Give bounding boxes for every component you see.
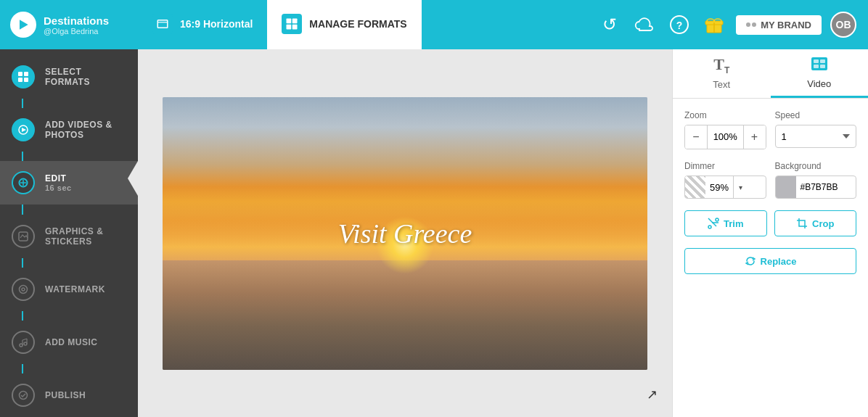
my-brand-label: MY BRAND — [761, 20, 811, 30]
svg-rect-1 — [157, 20, 168, 28]
publish-label: PUBLISH — [45, 390, 86, 400]
select-formats-icon — [12, 65, 35, 88]
graphics-icon — [12, 225, 35, 248]
svg-rect-15 — [24, 72, 28, 76]
dimmer-control: 59% ▾ — [684, 176, 766, 199]
zoom-minus-button[interactable]: − — [685, 125, 707, 149]
video-tab-label: Video — [807, 78, 831, 89]
manage-formats-icon — [282, 14, 302, 34]
svg-rect-17 — [24, 78, 28, 82]
graphics-label: GRAPHICS & STICKERS — [45, 226, 126, 247]
gift-button[interactable] — [701, 12, 727, 38]
speed-label: Speed — [775, 110, 857, 120]
sidebar-item-graphics[interactable]: GRAPHICS & STICKERS — [0, 215, 138, 258]
publish-icon — [12, 384, 35, 407]
left-sidebar: SELECT FORMATS ADD VIDEOS & PHOTOS EDIT … — [0, 49, 138, 417]
svg-rect-34 — [820, 59, 825, 63]
edit-sublabel: 16 sec — [45, 183, 72, 192]
background-value: #B7B7BB — [796, 182, 843, 192]
tab-manage-formats[interactable]: MANAGE FORMATS — [267, 0, 421, 49]
help-button[interactable]: ? — [666, 12, 692, 38]
svg-rect-36 — [820, 65, 825, 68]
crop-button[interactable]: Crop — [774, 210, 857, 236]
replace-button[interactable]: Replace — [684, 248, 856, 274]
right-panel-tabs: TT Text Video — [673, 49, 868, 99]
right-panel-content: Zoom − 100% + Speed 0.5 1 1.5 2 — [673, 99, 868, 286]
trim-label: Trim — [724, 218, 743, 229]
crop-label: Crop — [812, 218, 834, 229]
edit-label: EDIT — [45, 173, 72, 183]
trim-button[interactable]: Trim — [684, 210, 767, 236]
cursor-indicator: ↗ — [647, 387, 658, 402]
svg-point-26 — [20, 344, 22, 347]
text-tab-icon: TT — [713, 55, 729, 75]
cloud-button[interactable] — [631, 12, 658, 38]
dimmer-bg-row: Dimmer 59% ▾ Background #B7B7BB — [684, 161, 856, 199]
background-group: Background #B7B7BB — [775, 161, 857, 199]
sidebar-item-add-music[interactable]: ADD MUSIC — [0, 321, 138, 364]
svg-rect-33 — [814, 59, 819, 63]
zoom-label: Zoom — [684, 110, 766, 120]
tab-format[interactable]: 16:9 Horizontal — [138, 0, 267, 49]
sidebar-item-watermark[interactable]: WATERMARK — [0, 268, 138, 311]
svg-rect-16 — [18, 78, 22, 82]
background-preview[interactable] — [776, 176, 796, 199]
tab-video[interactable]: Video — [771, 49, 869, 98]
dimmer-group: Dimmer 59% ▾ — [684, 161, 766, 199]
svg-marker-19 — [22, 128, 26, 132]
svg-rect-14 — [18, 72, 22, 76]
text-tab-label: Text — [713, 79, 730, 90]
video-canvas: Visit Greece — [163, 97, 647, 370]
svg-rect-35 — [814, 65, 819, 68]
app-subtitle: @Olga Bedrina — [44, 27, 109, 36]
zoom-value: 100% — [707, 125, 744, 149]
logo-icon — [10, 12, 36, 38]
header-actions: ↺ ? MY BRAND OB — [585, 12, 868, 38]
undo-button[interactable]: ↺ — [597, 12, 623, 38]
replace-label: Replace — [761, 256, 797, 267]
svg-rect-5 — [287, 24, 292, 29]
speed-group: Speed 0.5 1 1.5 2 — [775, 110, 857, 148]
sidebar-item-add-videos[interactable]: ADD VIDEOS & PHOTOS — [0, 108, 138, 152]
add-videos-icon — [12, 118, 35, 141]
sidebar-item-edit[interactable]: EDIT 16 sec — [0, 161, 138, 205]
avatar[interactable]: OB — [830, 12, 856, 38]
svg-marker-0 — [20, 20, 28, 29]
right-panel: TT Text Video Zoom − 100% + — [672, 49, 868, 417]
add-music-icon — [12, 331, 35, 354]
zoom-control: − 100% + — [684, 125, 766, 149]
svg-rect-4 — [292, 18, 298, 23]
zoom-speed-row: Zoom − 100% + Speed 0.5 1 1.5 2 — [684, 110, 856, 149]
svg-line-30 — [22, 339, 27, 340]
sidebar-item-publish[interactable]: PUBLISH — [0, 373, 138, 417]
add-music-label: ADD MUSIC — [45, 337, 98, 347]
canvas-text-overlay: Visit Greece — [338, 218, 472, 249]
tab-manage-label: MANAGE FORMATS — [309, 18, 406, 30]
watermark-icon — [12, 278, 35, 301]
svg-rect-6 — [292, 24, 298, 29]
my-brand-button[interactable]: MY BRAND — [736, 15, 822, 35]
svg-point-39 — [716, 218, 718, 221]
sidebar-item-select-formats[interactable]: SELECT FORMATS — [0, 55, 138, 99]
dimmer-value: 59% — [705, 182, 733, 193]
zoom-group: Zoom − 100% + — [684, 110, 766, 149]
add-videos-label: ADD VIDEOS & PHOTOS — [45, 120, 126, 140]
tab-text[interactable]: TT Text — [673, 49, 771, 98]
header-tabs: 16:9 Horizontal MANAGE FORMATS — [138, 0, 585, 49]
dimmer-label: Dimmer — [684, 161, 766, 171]
svg-rect-41 — [799, 220, 805, 226]
canvas-area: Visit Greece ↗ — [138, 49, 672, 417]
trim-crop-row: Trim Crop — [684, 210, 856, 236]
dimmer-dropdown[interactable]: ▾ — [733, 176, 748, 199]
dimmer-preview — [685, 176, 705, 199]
select-formats-label: SELECT FORMATS — [45, 67, 126, 87]
format-tab-icon — [152, 14, 173, 34]
tab-format-label: 16:9 Horizontal — [180, 18, 253, 30]
zoom-plus-button[interactable]: + — [744, 125, 766, 149]
video-tab-icon — [811, 57, 828, 75]
edit-icon — [12, 171, 35, 194]
svg-point-24 — [20, 285, 28, 293]
svg-rect-32 — [811, 57, 827, 70]
background-control: #B7B7BB — [775, 176, 857, 199]
speed-select[interactable]: 0.5 1 1.5 2 — [775, 125, 857, 148]
